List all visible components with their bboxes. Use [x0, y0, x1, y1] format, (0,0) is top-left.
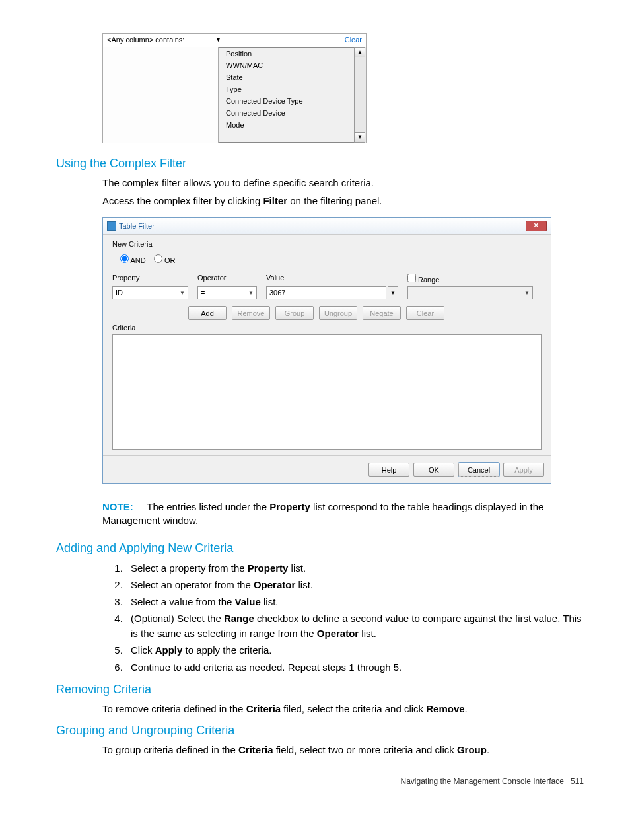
steps-list: Select a property from the Property list… [125, 560, 584, 675]
clear-link[interactable]: Clear [341, 34, 366, 46]
remove-button[interactable]: Remove [232, 306, 270, 320]
new-criteria-label: New Criteria [112, 240, 542, 248]
chevron-down-icon[interactable]: ▼ [388, 286, 398, 299]
text: on the filtering panel. [287, 195, 382, 206]
text: The entries listed under the [147, 501, 269, 512]
filter-column-label[interactable]: <Any column> contains: [103, 34, 215, 46]
ungroup-button[interactable]: Ungroup [319, 306, 357, 320]
range-label: Range [407, 274, 533, 284]
table-filter-dialog: Table Filter ✕ New Criteria AND OR Prope… [102, 217, 551, 484]
operator-select[interactable]: =▼ [197, 286, 257, 299]
criteria-listbox[interactable] [112, 334, 542, 450]
property-select[interactable]: ID▼ [112, 286, 188, 299]
step-item: Click Apply to apply the criteria. [125, 642, 584, 658]
apply-button[interactable]: Apply [503, 463, 544, 477]
dropdown-option[interactable]: Connected Device [219, 107, 354, 119]
step-item: (Optional) Select the Range checkbox to … [125, 611, 584, 642]
section-heading-adding-criteria: Adding and Applying New Criteria [56, 541, 584, 555]
dialog-title: Table Filter [119, 222, 155, 230]
dropdown-option[interactable]: State [219, 71, 354, 83]
or-radio[interactable]: OR [154, 256, 176, 264]
help-button[interactable]: Help [368, 463, 409, 477]
property-label: Property [112, 274, 188, 284]
note-block: NOTE: The entries listed under the Prope… [102, 494, 584, 533]
note-label: NOTE: [102, 501, 133, 512]
section-heading-removing-criteria: Removing Criteria [56, 683, 584, 697]
ok-button[interactable]: OK [413, 463, 454, 477]
footer-text: Navigating the Management Console Interf… [400, 777, 563, 786]
app-icon [107, 221, 116, 231]
section-heading-complex-filter: Using the Complex Filter [56, 157, 584, 171]
close-icon[interactable]: ✕ [526, 221, 547, 231]
page-number: 511 [571, 777, 584, 786]
clear-button[interactable]: Clear [406, 306, 444, 320]
negate-button[interactable]: Negate [363, 306, 401, 320]
filter-text-input[interactable] [103, 47, 219, 143]
group-button[interactable]: Group [275, 306, 314, 320]
chevron-down-icon: ▼ [180, 290, 185, 296]
step-item: Continue to add criteria as needed. Repe… [125, 660, 584, 675]
page-footer: Navigating the Management Console Interf… [56, 777, 584, 786]
dropdown-option[interactable]: WWN/MAC [219, 59, 354, 71]
dropdown-arrow-icon[interactable]: ▼ [215, 34, 222, 43]
dialog-titlebar[interactable]: Table Filter ✕ [103, 218, 551, 235]
and-radio[interactable]: AND [120, 256, 146, 264]
text-bold: Filter [263, 195, 287, 206]
chevron-down-icon: ▼ [524, 290, 530, 296]
dropdown-option[interactable]: Connected Device Type [219, 95, 354, 107]
body-text: Access the complex filter by clicking Fi… [102, 194, 584, 208]
body-text: To remove criteria defined in the Criter… [102, 702, 584, 716]
text: Access the complex filter by clicking [102, 195, 263, 206]
filter-dropdown-screenshot: <Any column> contains: ▼ Clear Position … [102, 33, 367, 143]
section-heading-grouping-criteria: Grouping and Ungrouping Criteria [56, 724, 584, 738]
dropdown-option[interactable]: Position [219, 48, 354, 59]
chevron-down-icon: ▼ [248, 290, 254, 296]
add-button[interactable]: Add [188, 306, 227, 320]
value-label: Value [266, 274, 398, 284]
range-checkbox[interactable] [407, 274, 416, 282]
operator-label: Operator [197, 274, 257, 284]
value-input[interactable] [266, 286, 386, 299]
cancel-button[interactable]: Cancel [458, 463, 499, 477]
criteria-label: Criteria [112, 324, 542, 332]
body-text: The complex filter allows you to define … [102, 176, 584, 190]
scrollbar[interactable]: ▲ ▼ [354, 47, 366, 143]
column-dropdown-list[interactable]: Position WWN/MAC State Type Connected De… [219, 47, 354, 143]
scroll-up-icon[interactable]: ▲ [355, 47, 365, 57]
step-item: Select a property from the Property list… [125, 560, 584, 576]
range-select: ▼ [407, 286, 533, 299]
step-item: Select a value from the Value list. [125, 594, 584, 609]
dropdown-option[interactable]: Mode [219, 119, 354, 131]
scroll-down-icon[interactable]: ▼ [355, 132, 365, 143]
step-item: Select an operator from the Operator lis… [125, 577, 584, 592]
dropdown-option[interactable]: Type [219, 83, 354, 95]
text-bold: Property [269, 501, 310, 512]
body-text: To group criteria defined in the Criteri… [102, 743, 584, 757]
